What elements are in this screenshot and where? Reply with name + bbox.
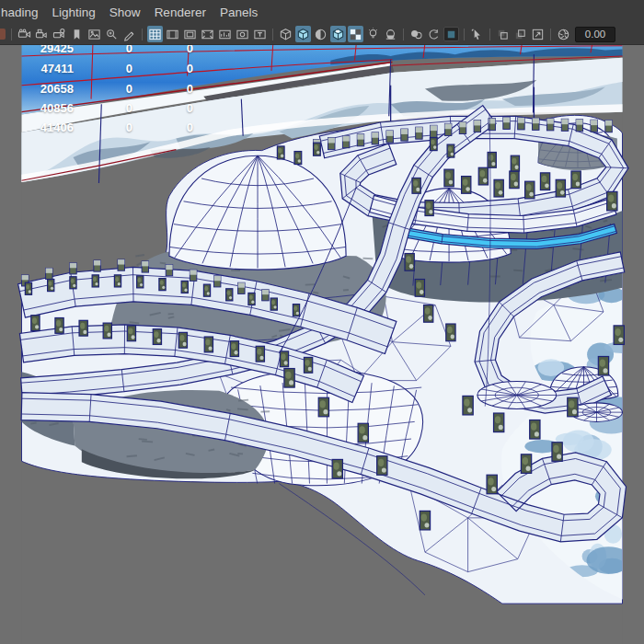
separator-6 [489, 29, 490, 40]
toolbar-safe-action-button[interactable] [235, 26, 250, 42]
toolbar-ambient-occlusion-button[interactable] [408, 26, 424, 42]
toolbar-viewport-renderer-button[interactable] [443, 27, 459, 41]
toolbar-bookmark-button[interactable] [69, 26, 85, 42]
toolbar-resolution-gate-button[interactable] [182, 26, 198, 42]
toolbar-gate-mask-button[interactable] [200, 26, 215, 42]
menu-renderer[interactable]: Renderer [155, 6, 206, 19]
viewport-3d-scene[interactable] [0, 43, 644, 644]
separator-3 [272, 29, 273, 40]
toolbar-textured-button[interactable] [330, 26, 346, 42]
toolbar-exposure-button[interactable] [556, 26, 571, 42]
toolbar-smooth-shade-button[interactable] [295, 26, 311, 42]
toolbar-motion-blur-button[interactable] [426, 26, 442, 42]
menu-show[interactable]: Show [109, 6, 141, 19]
scene-canvas [0, 43, 644, 644]
toolbar-wireframe-button[interactable] [278, 26, 293, 42]
toolbar-lighting-bulb-button[interactable] [365, 26, 381, 42]
exposure-value-field[interactable]: 0.00 [575, 27, 615, 42]
separator-1 [11, 29, 12, 40]
toolbar-pan-zoom-button[interactable] [104, 26, 120, 42]
toolbar-shadows-button[interactable] [383, 26, 398, 42]
toolbar-safe-title-button[interactable] [252, 26, 268, 42]
menu-lighting[interactable]: Lighting [52, 6, 96, 19]
toolbar-grease-pencil-button[interactable] [121, 26, 137, 42]
toolbar-camera-lock-button[interactable] [34, 26, 50, 42]
panel-menubar: hading Lighting Show Renderer Panels [0, 0, 644, 24]
separator-5 [464, 29, 465, 40]
menu-panels[interactable]: Panels [220, 6, 258, 19]
separator-2 [142, 29, 143, 40]
clipped-icon [0, 29, 6, 40]
toolbar-image-plane-button[interactable] [86, 26, 102, 42]
toolbar-isolate-select-add-button[interactable] [512, 26, 528, 42]
toolbar-film-gate-button[interactable] [165, 26, 180, 42]
separator-7 [550, 29, 551, 40]
separator-4 [403, 29, 404, 40]
toolbar-isolate-select-button[interactable] [495, 26, 511, 42]
toolbar-select-tool-button[interactable] [469, 26, 485, 42]
panel-toolbar: 0.00 [0, 24, 644, 45]
toolbar-camera-attributes-button[interactable] [52, 26, 67, 42]
toolbar-camera-button[interactable] [17, 26, 32, 42]
toolbar-checker-material-button[interactable] [348, 26, 363, 42]
toolbar-xray-button[interactable] [530, 26, 546, 42]
menu-shading-clipped[interactable]: hading [1, 6, 39, 19]
toolbar-field-chart-button[interactable] [217, 26, 233, 42]
maya-viewport-panel: hading Lighting Show Renderer Panels 0.0… [0, 0, 644, 644]
toolbar-grid-button[interactable] [147, 26, 163, 42]
toolbar-wireframe-on-shaded-button[interactable] [313, 26, 328, 42]
